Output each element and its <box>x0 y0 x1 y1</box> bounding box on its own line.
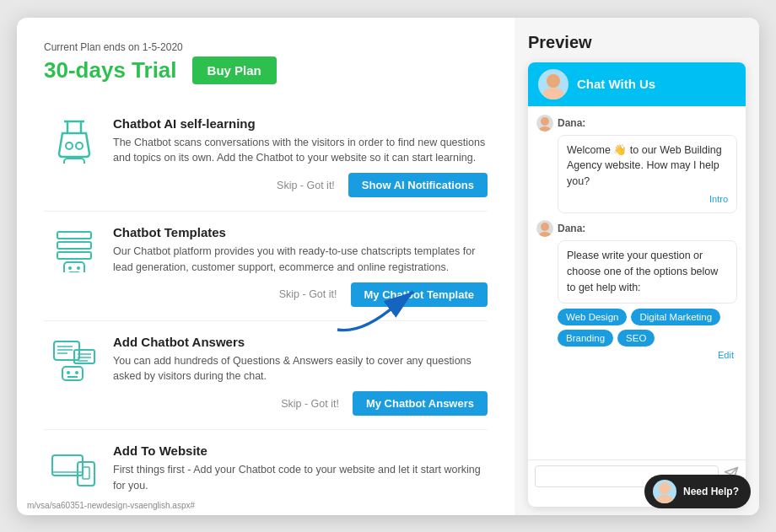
feature-item-answers: Add Chatbot Answers You can add hundreds… <box>44 321 488 431</box>
chat-message-2: Dana: Please write your question or choo… <box>536 220 737 359</box>
chat-sender-name-2: Dana: <box>558 223 585 234</box>
need-help-button[interactable]: Need Help? <box>644 475 751 508</box>
svg-point-39 <box>539 232 551 237</box>
feature-desc-templates: Our Chatbot platform provides you with r… <box>113 244 488 276</box>
ai-learning-icon <box>44 116 105 164</box>
option-branding[interactable]: Branding <box>558 330 613 347</box>
chat-edit-link[interactable]: Edit <box>536 350 734 360</box>
skip-ai[interactable]: Skip - Got it! <box>277 180 335 191</box>
chat-header-title: Chat With Us <box>577 77 655 91</box>
feature-title-website: Add To Website <box>113 443 488 458</box>
skip-templates[interactable]: Skip - Got it! <box>279 288 337 300</box>
chat-intro-link[interactable]: Intro <box>567 192 728 207</box>
feature-item-ai-learning: Chatbot AI self-learning The Chatbot sca… <box>44 103 488 212</box>
chat-bubble-text-2: Please write your question or choose one… <box>567 250 718 293</box>
svg-point-4 <box>76 142 83 149</box>
feature-content-ai: Chatbot AI self-learning The Chatbot sca… <box>105 116 488 198</box>
feature-content-answers: Add Chatbot Answers You can add hundreds… <box>105 335 488 416</box>
chat-bubble-2: Please write your question or choose one… <box>558 240 737 303</box>
chat-sender-2: Dana: <box>536 220 737 237</box>
chat-header: Chat With Us <box>528 62 746 106</box>
trial-row: 30-days Trial Buy Plan <box>44 56 488 84</box>
feature-desc-answers: You can add hundreds of Questions & Answ… <box>113 353 488 385</box>
svg-point-25 <box>67 371 70 374</box>
feature-content-website: Add To Website First things first - Add … <box>105 443 488 501</box>
svg-rect-29 <box>78 462 94 486</box>
feature-desc-ai: The Chatbot scans conversations with the… <box>113 135 488 167</box>
need-help-avatar <box>653 480 676 503</box>
my-chatbot-answers-button[interactable]: My Chatbot Answers <box>353 391 488 416</box>
feature-actions-templates: Skip - Got it! My Chatbot Template <box>113 282 488 307</box>
svg-point-26 <box>75 371 78 374</box>
feature-item-templates: Chatbot Templates Our Chatbot platform p… <box>44 212 488 321</box>
need-help-label: Need Help? <box>683 486 739 497</box>
url-bar: m/vsa/sa60351-newdesign-vsaenglish.aspx# <box>27 501 195 510</box>
chat-sender-1: Dana: <box>536 115 737 132</box>
feature-actions-answers: Skip - Got it! My Chatbot Answers <box>113 391 488 416</box>
chat-body: Dana: Welcome 👋 to our Web Building Agen… <box>528 106 746 459</box>
svg-rect-24 <box>62 367 83 380</box>
svg-rect-12 <box>64 262 84 272</box>
preview-title: Preview <box>528 33 746 52</box>
plan-label: Current Plan ends on 1-5-2020 <box>44 41 488 53</box>
option-digital-marketing[interactable]: Digital Marketing <box>631 309 720 325</box>
option-web-design[interactable]: Web Design <box>558 309 627 325</box>
feature-title-templates: Chatbot Templates <box>113 225 488 239</box>
feature-list: Chatbot AI self-learning The Chatbot sca… <box>44 103 488 514</box>
main-card: Current Plan ends on 1-5-2020 30-days Tr… <box>17 18 759 515</box>
svg-point-42 <box>656 495 673 503</box>
right-panel: Preview Chat With Us <box>515 18 759 515</box>
svg-point-14 <box>77 266 80 270</box>
chat-options: Web Design Digital Marketing Branding SE… <box>558 309 737 347</box>
svg-point-34 <box>543 88 563 99</box>
svg-rect-10 <box>57 242 91 249</box>
show-ai-notifications-button[interactable]: Show AI Notifications <box>348 173 488 197</box>
svg-rect-5 <box>64 159 84 164</box>
chat-header-avatar <box>538 69 569 99</box>
svg-point-37 <box>539 126 551 132</box>
skip-answers[interactable]: Skip - Got it! <box>281 398 339 410</box>
chat-bubble-text-1: Welcome 👋 to our Web Building Agency web… <box>567 144 722 188</box>
chat-sender-avatar-2 <box>536 220 553 237</box>
option-seo[interactable]: SEO <box>617 330 655 347</box>
website-icon <box>44 443 105 491</box>
svg-point-41 <box>659 482 671 494</box>
feature-desc-website: First things first - Add your Chatbot co… <box>113 462 488 494</box>
chat-sender-name-1: Dana: <box>558 117 585 129</box>
chat-sender-avatar-1 <box>536 115 553 132</box>
feature-title-ai: Chatbot AI self-learning <box>113 116 488 131</box>
svg-rect-11 <box>57 252 91 259</box>
answers-icon <box>44 335 105 382</box>
svg-point-36 <box>541 117 549 126</box>
feature-actions-ai: Skip - Got it! Show AI Notifications <box>113 173 488 197</box>
chat-message-1: Dana: Welcome 👋 to our Web Building Agen… <box>536 115 737 214</box>
feature-title-answers: Add Chatbot Answers <box>113 335 488 349</box>
trial-text: 30-days Trial <box>44 57 177 83</box>
svg-point-38 <box>541 223 549 231</box>
chat-bubble-1: Welcome 👋 to our Web Building Agency web… <box>558 135 737 214</box>
templates-icon <box>44 225 105 272</box>
feature-content-templates: Chatbot Templates Our Chatbot platform p… <box>105 225 488 307</box>
svg-point-13 <box>68 266 72 270</box>
svg-rect-9 <box>57 232 91 239</box>
svg-point-3 <box>66 142 73 149</box>
buy-plan-button[interactable]: Buy Plan <box>192 56 277 84</box>
svg-rect-32 <box>83 467 89 479</box>
chat-widget: Chat With Us Dana: <box>528 62 746 507</box>
svg-point-35 <box>547 74 560 88</box>
left-panel: Current Plan ends on 1-5-2020 30-days Tr… <box>17 18 515 515</box>
my-chatbot-template-button[interactable]: My Chatbot Template <box>351 282 488 307</box>
